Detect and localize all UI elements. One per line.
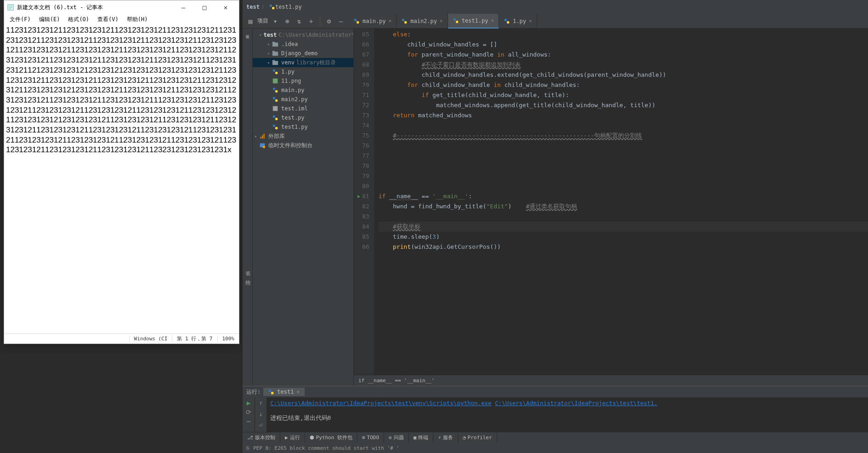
minimize-button[interactable]: — (173, 0, 194, 14)
project-tree-panel: ▾testC:\Users\Administrator\Id▸.idea▸Dja… (253, 29, 354, 386)
crumb-root[interactable]: test (246, 4, 260, 10)
menu-help[interactable]: 帮助(H) (123, 15, 152, 24)
python-icon (268, 389, 274, 395)
status-zoom: 100% (217, 336, 239, 342)
menu-view[interactable]: 查看(V) (94, 15, 122, 24)
expand-icon[interactable]: ⇅ (294, 16, 304, 26)
project-tool-icon[interactable]: ▤ (245, 16, 255, 26)
editor-tabs: main.py×main2.py×test1.py×1.py× (349, 14, 537, 28)
maximize-button[interactable]: □ (194, 0, 215, 14)
svg-rect-27 (273, 97, 275, 99)
status-position: 第 1 行，第 7 (172, 335, 217, 342)
copy-icon[interactable]: ⎘ (246, 445, 250, 451)
svg-rect-24 (273, 79, 278, 84)
svg-rect-13 (507, 21, 509, 23)
tree-folder-Django_demo[interactable]: ▸Django_demo (253, 49, 353, 58)
status-运行[interactable]: ▶运行 (280, 432, 305, 443)
gear-icon[interactable]: ⚙ (324, 16, 334, 26)
svg-rect-17 (272, 42, 275, 43)
notepad-titlebar[interactable]: 新建文本文档 (6).txt - 记事本 — □ ✕ (4, 0, 239, 14)
svg-rect-21 (272, 60, 275, 62)
svg-rect-33 (275, 127, 278, 129)
collapse-icon[interactable]: ÷ (306, 16, 316, 26)
tree-file-main-py[interactable]: main.py (253, 86, 353, 95)
tree-extlib[interactable]: ▸外部库 (253, 132, 353, 141)
tree-file-test-py[interactable]: test.py (253, 113, 353, 122)
tree-root[interactable]: ▾testC:\Users\Administrator\Id (253, 30, 353, 40)
more-icon[interactable]: ⋯ (247, 418, 250, 425)
down-icon[interactable]: ↓ (259, 410, 262, 418)
svg-rect-5 (272, 7, 274, 9)
svg-rect-10 (453, 18, 455, 20)
status-TODO[interactable]: ≡TODO (357, 432, 384, 443)
run-config-tab[interactable]: test1 × (263, 388, 304, 396)
svg-rect-23 (275, 72, 278, 74)
notepad-menubar: 文件(F) 编辑(E) 格式(O) 查看(V) 帮助(H) (4, 14, 239, 24)
output-link-2[interactable]: C:\Users\Administrator\IdeaProjects\test… (495, 400, 658, 407)
close-button[interactable]: ✕ (215, 0, 236, 14)
svg-rect-31 (275, 118, 278, 120)
status-encoding: Windows (CI (129, 336, 172, 342)
tree-folder-venv[interactable]: ▸venvlibrary根目录 (253, 58, 353, 67)
svg-rect-11 (456, 21, 458, 23)
svg-rect-7 (357, 21, 359, 23)
status-版本控制[interactable]: ⎇版本控制 (243, 432, 280, 443)
tree-scratch[interactable]: 临时文件和控制台 (253, 141, 353, 150)
soft-wrap-icon[interactable]: ⏎ (259, 421, 262, 429)
rerun-icon[interactable]: ▶ (247, 399, 250, 407)
svg-rect-28 (275, 99, 278, 102)
status-问题[interactable]: ⊘问题 (384, 432, 409, 443)
hide-icon[interactable]: — (336, 16, 346, 26)
notepad-title: 新建文本文档 (6).txt - 记事本 (17, 4, 173, 11)
code-breadcrumb[interactable]: if __name__ == '__main__' (354, 375, 868, 386)
tree-file-11-png[interactable]: 11.png (253, 76, 353, 86)
svg-point-38 (263, 146, 265, 148)
svg-rect-25 (273, 88, 275, 90)
line-gutter[interactable]: 65666768697071727374757677787980▶8182838… (354, 29, 374, 375)
menu-file[interactable]: 文件(F) (6, 15, 34, 24)
run-label: 运行: (246, 388, 261, 396)
tree-file-main2-py[interactable]: main2.py (253, 95, 353, 104)
editor-tab-test1-py[interactable]: test1.py× (448, 14, 499, 29)
notepad-icon (7, 4, 14, 11)
tree-file-test1-py[interactable]: test1.py (253, 122, 353, 132)
notepad-window: 新建文本文档 (6).txt - 记事本 — □ ✕ 文件(F) 编辑(E) 格… (4, 0, 239, 344)
status-服务[interactable]: ⚡服务 (433, 432, 458, 443)
ide-breadcrumb: test 〉 test1.py (243, 0, 868, 14)
svg-rect-22 (273, 69, 275, 72)
editor-tab-main-py[interactable]: main.py× (349, 14, 397, 29)
run-controls: ▶ ⟳ ⋯ (243, 397, 255, 432)
notepad-textarea[interactable]: 1123123123121123123123121123123123121123… (4, 24, 239, 333)
run-output[interactable]: C:\Users\Administrator\IdeaProjects\test… (267, 397, 868, 432)
crumb-file[interactable]: test1.py (275, 4, 302, 10)
python-icon (269, 4, 275, 10)
tree-file-1-py[interactable]: 1.py (253, 67, 353, 76)
svg-rect-18 (272, 52, 278, 56)
status-终端[interactable]: ▣终端 (409, 432, 434, 443)
run-panel: 运行: test1 × ▶ ⟳ ⋯ ↑ ↓ ⏎ C:\Users\Adminis… (243, 386, 868, 432)
tree-file-test-iml[interactable]: test.iml (253, 104, 353, 113)
output-link-1[interactable]: C:\Users\Administrator\IdeaProjects\test… (270, 400, 492, 407)
status-Profiler[interactable]: ◔Profiler (458, 432, 497, 443)
editor-tab-main2-py[interactable]: main2.py× (397, 14, 448, 29)
svg-rect-32 (273, 125, 275, 127)
up-icon[interactable]: ↑ (259, 399, 262, 407)
editor-tab-1-py[interactable]: 1.py× (499, 14, 537, 29)
svg-rect-34 (261, 137, 261, 139)
status-Python 软件包[interactable]: ⬢Python 软件包 (305, 432, 357, 443)
menu-format[interactable]: 格式(O) (64, 15, 93, 24)
target-icon[interactable]: ⊕ (282, 16, 292, 26)
project-rail-icon[interactable]: ▣ (246, 33, 249, 40)
svg-rect-39 (269, 390, 271, 392)
exit-message: 进程已结束,退出代码0 (270, 414, 864, 422)
ide-statusbar: ⎇版本控制▶运行⬢Python 软件包≡TODO⊘问题▣终端⚡服务◔Profil… (243, 432, 868, 443)
tree-folder-.idea[interactable]: ▸.idea (253, 40, 353, 49)
svg-rect-35 (262, 135, 263, 138)
left-side-tabs: 书签 结构 (243, 138, 253, 276)
code-editor[interactable]: else: child_window_handles = [] for pare… (374, 29, 868, 375)
stop-icon[interactable]: ⟳ (246, 408, 251, 416)
svg-rect-30 (273, 115, 275, 118)
svg-rect-16 (272, 43, 278, 47)
menu-edit[interactable]: 编辑(E) (35, 15, 64, 24)
project-label[interactable]: 项目 (257, 17, 268, 25)
